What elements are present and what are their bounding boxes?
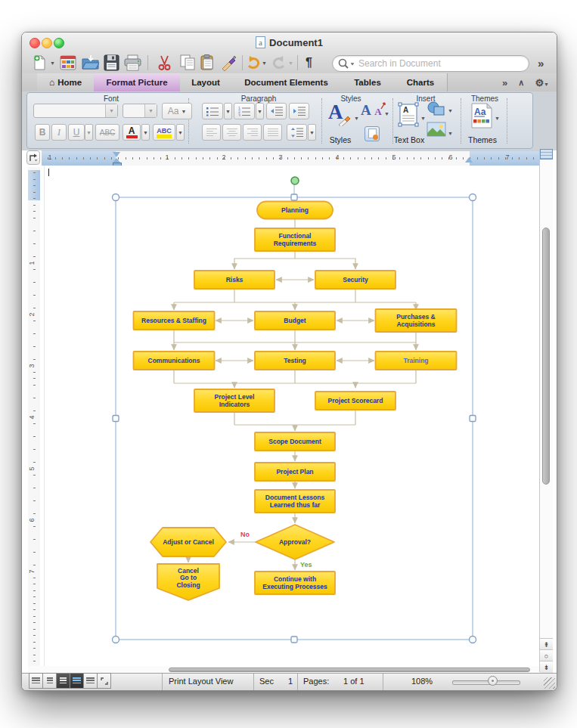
numbering-dropdown[interactable]: ▼: [256, 103, 264, 119]
flowchart-connector: [234, 251, 295, 269]
text-effects-button[interactable]: A A: [361, 102, 383, 122]
undo-dropdown[interactable]: ▼: [262, 54, 267, 71]
styles-dropdown[interactable]: ▼: [354, 110, 359, 126]
tab-stop-selector[interactable]: [26, 150, 40, 165]
search-input[interactable]: [357, 57, 504, 70]
highlight-dropdown[interactable]: ▼: [176, 124, 185, 141]
format-painter-button[interactable]: [220, 54, 237, 71]
text-box-button[interactable]: A: [398, 102, 419, 128]
copy-button[interactable]: [179, 54, 197, 71]
themes-button[interactable]: Aa: [470, 102, 493, 129]
split-handle[interactable]: [540, 149, 553, 160]
horizontal-scroll-thumb[interactable]: [169, 668, 530, 672]
selection-handle-corner[interactable]: [470, 194, 476, 201]
ribbon-collapse-icon[interactable]: ∧: [518, 78, 524, 88]
new-document-button[interactable]: [33, 54, 48, 71]
right-indent-marker[interactable]: [465, 157, 473, 163]
selection-handle-side[interactable]: [113, 416, 119, 422]
underline-button[interactable]: U: [68, 124, 85, 141]
save-button[interactable]: [104, 54, 119, 71]
new-document-dropdown[interactable]: ▼: [50, 54, 55, 71]
highlight-button[interactable]: ABC: [153, 124, 175, 141]
picture-button[interactable]: [427, 122, 446, 137]
line-spacing-dropdown[interactable]: ▼: [308, 124, 316, 141]
font-color-dropdown[interactable]: ▼: [141, 124, 150, 141]
resize-grip[interactable]: [544, 677, 555, 689]
outline-view-button[interactable]: [42, 673, 57, 689]
bullets-button[interactable]: [202, 103, 223, 119]
underline-dropdown[interactable]: ▼: [85, 124, 93, 141]
ruler-number: 5: [28, 466, 36, 470]
vertical-scrollbar[interactable]: ⇞ ○ ⇟: [539, 149, 553, 672]
selection-handle-side[interactable]: [291, 637, 297, 643]
change-case-button[interactable]: Aa▼: [162, 103, 192, 119]
rotation-handle[interactable]: [291, 177, 299, 184]
tab-format-picture[interactable]: Format Picture: [94, 73, 181, 91]
font-color-button[interactable]: A: [123, 124, 141, 141]
ribbon-gear-icon[interactable]: ⚙▼: [535, 77, 549, 88]
redo-button[interactable]: [271, 54, 287, 71]
selection-handle-side[interactable]: [291, 194, 297, 200]
bullets-dropdown[interactable]: ▼: [224, 103, 232, 119]
open-button[interactable]: [82, 54, 99, 71]
font-size-select[interactable]: ▼: [123, 104, 157, 118]
first-line-indent-marker[interactable]: [113, 152, 120, 157]
tab-layout[interactable]: Layout: [180, 73, 232, 91]
selection-handle-side[interactable]: [470, 416, 476, 422]
title-bar[interactable]: a Document1: [22, 33, 557, 52]
bold-button[interactable]: B: [35, 124, 50, 141]
line-spacing-button[interactable]: [287, 124, 307, 141]
selection-handle-corner[interactable]: [470, 637, 476, 643]
zoom-slider-knob[interactable]: [488, 676, 498, 686]
ruler-number: 2: [222, 153, 225, 161]
strikethrough-button[interactable]: ABC: [95, 124, 119, 141]
paste-button[interactable]: [200, 54, 216, 71]
font-name-select[interactable]: ▼: [33, 104, 118, 118]
toolbar-more-icon[interactable]: »: [538, 54, 544, 71]
align-left-button[interactable]: [202, 124, 221, 141]
cut-button[interactable]: [156, 54, 173, 71]
previous-page-button[interactable]: ⇞: [540, 638, 553, 650]
gallery-button[interactable]: [60, 54, 76, 71]
ruler-number: 3: [278, 153, 282, 161]
styles-button[interactable]: A: [328, 102, 354, 131]
align-center-button[interactable]: [222, 124, 241, 141]
search-field[interactable]: [332, 55, 529, 72]
full-screen-button[interactable]: [97, 673, 111, 689]
print-button[interactable]: [124, 54, 141, 71]
browse-object-button[interactable]: ○: [540, 649, 553, 661]
next-page-button[interactable]: ⇟: [540, 661, 553, 673]
ribbon-more-icon[interactable]: »: [502, 77, 507, 88]
text-box-dropdown[interactable]: ▼: [420, 110, 426, 126]
group-label-paragraph: Paragraph: [241, 94, 277, 103]
tab-charts[interactable]: Charts: [394, 73, 448, 91]
tab-document-elements[interactable]: Document Elements: [231, 73, 342, 91]
zoom-slider-track[interactable]: [452, 680, 520, 685]
increase-indent-button[interactable]: [289, 103, 309, 119]
decrease-indent-button[interactable]: [266, 103, 287, 119]
manage-styles-button[interactable]: [365, 126, 380, 141]
document-page[interactable]: NoYesPlanningFunctionalRequirementsRisks…: [40, 166, 539, 666]
draft-view-button[interactable]: [29, 673, 43, 689]
undo-button[interactable]: [246, 54, 261, 71]
selection-handle-corner[interactable]: [113, 194, 119, 201]
redo-dropdown[interactable]: ▼: [288, 54, 293, 71]
text-effects-dropdown[interactable]: ▼: [384, 105, 389, 122]
italic-button[interactable]: I: [51, 124, 67, 141]
show-formatting-button[interactable]: ¶: [306, 54, 312, 71]
align-right-button[interactable]: [243, 124, 262, 141]
themes-dropdown[interactable]: ▼: [495, 110, 500, 126]
print-layout-button[interactable]: [70, 673, 84, 689]
picture-dropdown[interactable]: ▼: [448, 125, 453, 141]
tab-home[interactable]: ⌂Home: [37, 73, 100, 91]
justify-button[interactable]: [263, 124, 282, 141]
shapes-dropdown[interactable]: ▼: [448, 102, 453, 119]
numbering-button[interactable]: 123: [234, 103, 255, 119]
status-separator: [253, 674, 254, 690]
notebook-layout-button[interactable]: [83, 673, 98, 689]
tab-tables[interactable]: Tables: [341, 73, 395, 91]
vertical-scroll-thumb[interactable]: [542, 228, 550, 485]
shapes-button[interactable]: [427, 101, 446, 117]
selection-handle-corner[interactable]: [113, 637, 119, 643]
publishing-layout-button[interactable]: [56, 673, 70, 689]
